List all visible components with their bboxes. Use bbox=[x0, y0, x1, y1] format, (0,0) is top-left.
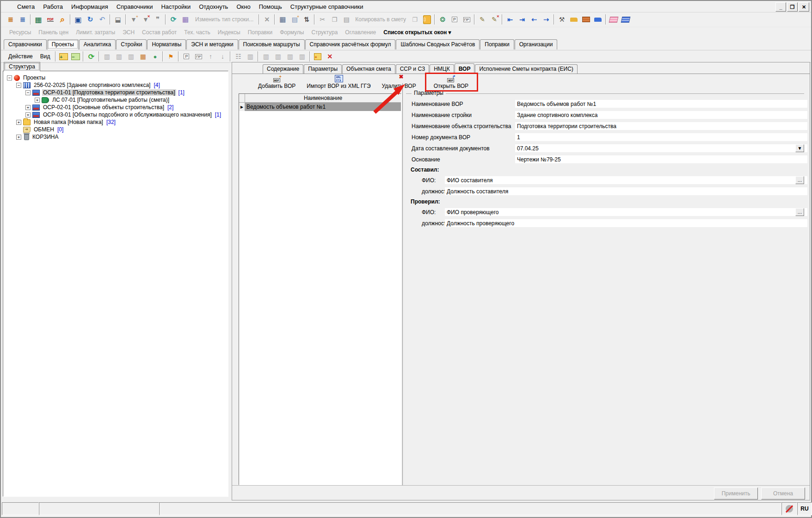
copy-page-icon[interactable] bbox=[409, 14, 420, 25]
language-indicator[interactable]: RU bbox=[797, 502, 812, 515]
globe-icon[interactable] bbox=[149, 51, 160, 62]
menu-informacia[interactable]: Информация bbox=[67, 2, 112, 12]
collapse-expander-icon[interactable]: − bbox=[25, 90, 31, 95]
book-settings-icon[interactable] bbox=[437, 14, 448, 25]
tree-price-pr-icon[interactable] bbox=[193, 51, 204, 62]
checker-fio-picker-button[interactable]: … bbox=[795, 208, 804, 216]
expand-expander-icon[interactable]: + bbox=[35, 98, 40, 103]
edit-rate-icon[interactable] bbox=[477, 14, 488, 25]
row-delete-icon[interactable] bbox=[140, 14, 151, 25]
tree-item-project-256[interactable]: − 256-02-2025 [Здание спортивного компле… bbox=[3, 81, 228, 89]
refresh-icon[interactable] bbox=[85, 14, 96, 25]
site-name-input[interactable]: Здание спортивного комплекса bbox=[515, 111, 807, 119]
excel-export-icon[interactable] bbox=[33, 14, 44, 25]
group-icon[interactable] bbox=[233, 51, 244, 62]
vor-list-row[interactable]: ▶ Ведомость объемов работ №1 bbox=[239, 103, 401, 111]
compare-doc-icon[interactable] bbox=[113, 51, 124, 62]
paste-icon[interactable] bbox=[341, 14, 352, 25]
author-fio-picker-button[interactable]: … bbox=[795, 176, 804, 184]
close-button[interactable]: ✕ bbox=[799, 2, 809, 12]
building-copy-icon[interactable] bbox=[180, 14, 191, 25]
outdent-icon[interactable] bbox=[529, 14, 540, 25]
basis-input[interactable]: Чертежи №79-25 bbox=[515, 155, 807, 163]
column-header-name[interactable]: Наименование bbox=[245, 94, 401, 102]
menu-nastroyki[interactable]: Настройки bbox=[157, 2, 195, 12]
open-windows-dropdown[interactable]: Список открытых окон ▾ bbox=[380, 28, 455, 37]
price-p-icon[interactable] bbox=[449, 14, 460, 25]
tab-soderzhanie[interactable]: Содержание bbox=[263, 64, 303, 74]
tree-item-new-folder[interactable]: + Новая папка [Новая папка] [32] bbox=[3, 118, 228, 126]
indent-icon[interactable] bbox=[517, 14, 528, 25]
cancel-button[interactable]: Отмена bbox=[761, 487, 805, 500]
close-x-icon[interactable] bbox=[261, 14, 272, 25]
menu-rabota[interactable]: Работа bbox=[39, 2, 67, 12]
doc-number-input[interactable]: 1 bbox=[515, 133, 807, 141]
views-indeksy[interactable]: Индексы bbox=[214, 28, 244, 37]
doc-variant3-icon[interactable] bbox=[272, 51, 283, 62]
checker-fio-input[interactable]: ФИО проверяющего bbox=[445, 208, 807, 216]
tree-item-obmen[interactable]: ОБМЕН [0] bbox=[3, 126, 228, 133]
transport-icon[interactable] bbox=[568, 14, 579, 25]
tree-item-ls-07-01[interactable]: + ЛС 07-01 [Подготовительные работы (сме… bbox=[3, 96, 228, 104]
menu-pomosch[interactable]: Помощь bbox=[255, 2, 286, 12]
wizard-icon[interactable] bbox=[165, 51, 176, 62]
tab-organizacii[interactable]: Организации bbox=[515, 39, 558, 49]
restore-button[interactable]: ❐ bbox=[787, 2, 798, 12]
change-row-type-button[interactable]: Изменить тип строки... bbox=[191, 16, 257, 23]
copy-icon[interactable] bbox=[329, 14, 340, 25]
views-esn[interactable]: ЭСН bbox=[119, 28, 138, 37]
undo-icon[interactable] bbox=[97, 14, 108, 25]
apply-button[interactable]: Применить bbox=[714, 487, 758, 500]
tab-stroyki[interactable]: Стройки bbox=[116, 39, 147, 49]
tree-item-korzina[interactable]: + КОРЗИНА bbox=[3, 133, 228, 141]
delete-node-icon[interactable] bbox=[324, 51, 335, 62]
views-struktura[interactable]: Структура bbox=[308, 28, 341, 37]
import-vor-button[interactable]: XML ГГЭ Импорт ВОР из XML ГГЭ bbox=[302, 74, 375, 90]
refresh-tree-icon[interactable] bbox=[86, 51, 97, 62]
vor-name-input[interactable]: Ведомость объемов работ №1 bbox=[515, 100, 807, 108]
doc-variant5-icon[interactable] bbox=[296, 51, 308, 62]
tab-analitika[interactable]: Аналитика bbox=[79, 39, 116, 49]
tree-item-osr-01-01[interactable]: − ОСР-01-01 [Подготовка территории строи… bbox=[3, 89, 228, 96]
copy-doc-icon[interactable] bbox=[101, 51, 112, 62]
save-icon[interactable] bbox=[73, 14, 84, 25]
expand-expander-icon[interactable]: + bbox=[25, 112, 31, 117]
tree-item-osr-03-01[interactable]: + ОСР-03-01 [Объекты подсобного и обслуж… bbox=[3, 111, 228, 118]
report-icon[interactable] bbox=[125, 51, 136, 62]
tab-normativy[interactable]: Нормативы bbox=[147, 39, 186, 49]
tree-item-projects[interactable]: − Проекты bbox=[3, 74, 228, 81]
tab-popravki[interactable]: Поправки bbox=[480, 39, 514, 49]
page-add-icon[interactable] bbox=[289, 14, 300, 25]
works-icon[interactable] bbox=[556, 14, 567, 25]
edit-rate-delete-icon[interactable] bbox=[489, 14, 500, 25]
books-pink-icon[interactable] bbox=[608, 14, 619, 25]
tab-structure[interactable]: Структура bbox=[4, 62, 40, 71]
row-lock-icon[interactable] bbox=[112, 14, 123, 25]
tab-poiskovye-marshruty[interactable]: Поисковые маршруты bbox=[239, 39, 305, 49]
views-resursy[interactable]: Ресурсы bbox=[6, 28, 35, 37]
views-oglavlenie[interactable]: Оглавление bbox=[341, 28, 380, 37]
tab-spravochnik-formul[interactable]: Справочник расчётных формул bbox=[305, 39, 396, 49]
sort-updown-icon[interactable] bbox=[301, 14, 312, 25]
pdf-print-icon[interactable] bbox=[45, 14, 56, 25]
copy-to-estimate-button[interactable]: Копировать в смету bbox=[352, 16, 409, 23]
open-vor-button[interactable]: ↱ ВОР Открыть ВОР bbox=[429, 74, 473, 90]
tab-ssr-i-sz[interactable]: ССР и СЗ bbox=[396, 64, 430, 74]
menu-strukturnye-spravochniki[interactable]: Структурные справочники bbox=[286, 2, 368, 12]
outdent-last-icon[interactable] bbox=[541, 14, 552, 25]
tab-proekty[interactable]: Проекты bbox=[47, 39, 79, 49]
collapse-expander-icon[interactable]: − bbox=[7, 75, 12, 80]
checker-post-input[interactable]: Должность проверяющего bbox=[445, 219, 807, 227]
views-limit-zatraty[interactable]: Лимит. затраты bbox=[72, 28, 119, 37]
indent-first-icon[interactable] bbox=[504, 14, 516, 25]
collapse-all-icon[interactable] bbox=[70, 51, 81, 62]
expand-expander-icon[interactable]: + bbox=[16, 135, 21, 140]
books-blue-icon[interactable] bbox=[620, 14, 631, 25]
doc-variant2-icon[interactable] bbox=[260, 51, 271, 62]
collapse-expander-icon[interactable]: − bbox=[16, 83, 21, 88]
sync-icon[interactable] bbox=[168, 14, 179, 25]
structure-outline2-icon[interactable] bbox=[17, 14, 28, 25]
views-teh-chast[interactable]: Тех. часть bbox=[180, 28, 214, 37]
menu-spravochniki[interactable]: Справочники bbox=[112, 2, 157, 12]
doc-date-input[interactable]: 07.04.25 bbox=[515, 144, 807, 152]
